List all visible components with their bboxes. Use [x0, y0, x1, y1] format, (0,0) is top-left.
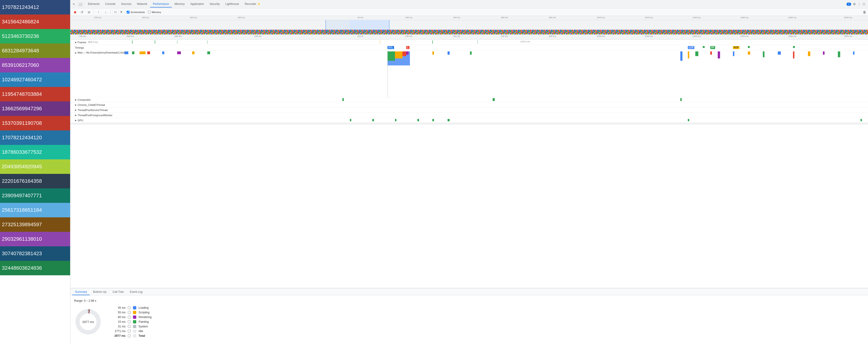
compositor-content[interactable] — [117, 97, 868, 102]
screenshots-label: Screenshots — [130, 11, 145, 13]
main-arrow[interactable]: ▶ — [75, 52, 76, 54]
overview-bars — [70, 30, 868, 34]
color-row-item: 15370391190708 — [0, 116, 70, 130]
main-content[interactable] — [117, 51, 868, 97]
color-row-item: 25617318651184 — [0, 203, 70, 217]
record-button[interactable]: ⏺ — [72, 9, 78, 15]
dcl-badge: DCL — [388, 46, 394, 49]
range-text: Range: 0 – 2.98 s — [74, 299, 864, 303]
download-button[interactable]: ↓ — [103, 9, 108, 15]
devtools-tab-security[interactable]: Security — [207, 1, 222, 7]
flame-bar — [432, 52, 434, 55]
color-row-item: 17078212434120 — [0, 130, 70, 145]
frame-bar — [432, 40, 433, 44]
flame-bar — [447, 52, 450, 55]
device-toggle-icon[interactable]: ⬜ — [78, 1, 83, 7]
gpu-text: GPU — [78, 119, 83, 122]
selected-region[interactable] — [326, 20, 390, 34]
toolbar-sep-1 — [94, 10, 94, 14]
flame-bar — [823, 52, 824, 55]
threadpool-fg-content[interactable] — [117, 113, 868, 118]
flame-bar — [838, 52, 840, 57]
memory-checkbox[interactable] — [148, 11, 151, 13]
l-badge: L — [406, 46, 409, 49]
color-row-item: 11954748703884 — [0, 87, 70, 101]
record-label[interactable]: #1 — [113, 10, 119, 14]
tab-summary[interactable]: Summary — [72, 289, 90, 295]
chrome-child-label: ▶ Chrome_ChildIOThread — [70, 103, 117, 107]
timings-content[interactable]: DCL L LCP FP FCP — [117, 45, 868, 50]
reload-record-button[interactable]: ↺ — [79, 9, 85, 15]
color-row-item: 6831284973648 — [0, 43, 70, 58]
legend-row: 45 msLoading — [112, 306, 151, 309]
legend-row: 15 msPainting — [112, 320, 151, 323]
legend-checkbox[interactable] — [128, 320, 131, 323]
flame-bar — [192, 52, 194, 54]
threadpool-arrow[interactable]: ▶ — [75, 109, 76, 111]
tab-separator — [84, 2, 84, 6]
frames-value: 883.3 ms — [88, 41, 98, 43]
gpu-bar — [432, 119, 434, 121]
devtools-tab-memory[interactable]: Memory — [172, 1, 187, 7]
frame-bar — [155, 40, 155, 44]
chrome-child-content[interactable] — [117, 102, 868, 107]
color-row-item: 18786033677532 — [0, 145, 70, 159]
devtools-tab-performance[interactable]: Performance — [150, 1, 172, 7]
timeline-scrollbar[interactable] — [70, 123, 868, 125]
devtools-tab-elements[interactable]: Elements — [85, 1, 102, 7]
flame-bar — [177, 52, 181, 54]
legend-checkbox[interactable] — [128, 335, 131, 337]
record-selector-arrow[interactable]: ▾ — [120, 11, 123, 13]
devtools-panel: ↖ ⬜ ElementsConsoleSourcesNetworkPerform… — [70, 0, 868, 344]
threadpool-fg-arrow[interactable]: ▶ — [75, 114, 76, 116]
frames-text: Frames — [78, 41, 86, 44]
undock-icon[interactable]: ⬡ — [863, 2, 865, 6]
clear-button[interactable]: ⊘ — [86, 9, 92, 15]
threadpool-content[interactable] — [117, 107, 868, 113]
upload-button[interactable]: ↑ — [96, 9, 101, 15]
color-row-item: 3415642486824 — [0, 14, 70, 29]
compositor-label: ▶ Compositor — [70, 98, 117, 102]
legend-checkbox[interactable] — [128, 330, 131, 333]
gpu-arrow[interactable]: ▶ — [75, 119, 76, 122]
settings-icon[interactable]: ⚙ — [853, 2, 856, 6]
donut-center-label: 2977 ms — [82, 320, 94, 324]
devtools-tab-sources[interactable]: Sources — [118, 1, 134, 7]
ruler-tick: 1040 ms — [597, 17, 605, 19]
ruler-tick: 1640 ms — [740, 17, 749, 19]
memory-label: Memory — [152, 11, 161, 13]
selector-icon[interactable]: ↖ — [71, 1, 77, 7]
main-ruler-tick: 1440 ms — [692, 35, 701, 37]
devtools-tab-network[interactable]: Network — [134, 1, 150, 7]
flame-bar — [793, 52, 795, 58]
devtools-tab-application[interactable]: Application — [187, 1, 207, 7]
devtools-tab-recorder-⚡[interactable]: Recorder ⚡ — [242, 1, 264, 7]
devtools-tab-console[interactable]: Console — [102, 1, 118, 7]
flame-bar — [778, 52, 781, 55]
threadpool-text: ThreadPoolServiceThread — [78, 109, 107, 112]
overview-minimap[interactable]: 200 ms400 ms600 ms800 ms40 ms240 ms440 m… — [70, 16, 868, 35]
screenshots-checkbox[interactable] — [127, 11, 129, 13]
devtools-tab-bar: ↖ ⬜ ElementsConsoleSourcesNetworkPerform… — [70, 0, 868, 8]
more-icon[interactable]: ⋮ — [858, 2, 861, 6]
trash-button[interactable]: 🗑 — [863, 10, 866, 14]
legend-checkbox[interactable] — [128, 316, 131, 318]
flame-bar — [695, 52, 698, 56]
frames-content[interactable]: 1016.6 ms — [117, 40, 868, 44]
tab-event-log[interactable]: Event Log — [127, 289, 145, 295]
frames-arrow[interactable]: ▶ — [75, 41, 76, 43]
gpu-bar — [861, 119, 862, 121]
frame-bar — [477, 40, 478, 44]
legend-checkbox[interactable] — [128, 325, 131, 328]
tab-call-tree[interactable]: Call Tree — [110, 289, 127, 295]
legend-checkbox[interactable] — [128, 311, 131, 314]
tracks-area[interactable]: -760 ms-560 ms-360 ms-160 ms40 ms240 ms4… — [70, 35, 868, 288]
tab-bottom-up[interactable]: Bottom-Up — [90, 289, 109, 295]
legend-value: 55 ms — [112, 311, 125, 314]
flame-bar — [680, 52, 683, 61]
compositor-arrow[interactable]: ▶ — [75, 99, 76, 101]
gpu-content[interactable] — [117, 118, 868, 123]
chrome-child-arrow[interactable]: ▶ — [75, 104, 76, 106]
legend-checkbox[interactable] — [128, 306, 131, 309]
devtools-tab-lighthouse[interactable]: Lighthouse — [222, 1, 242, 7]
